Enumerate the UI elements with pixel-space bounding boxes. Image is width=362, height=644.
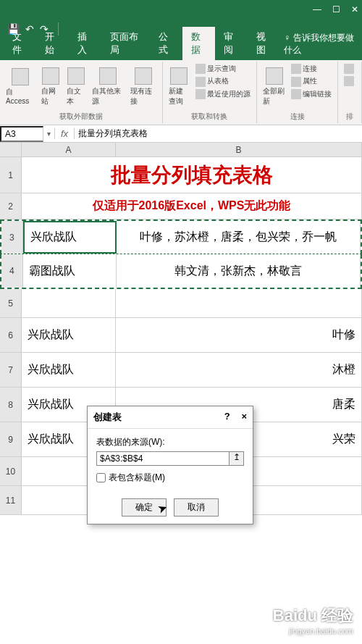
- row-header-3[interactable]: 3: [1, 221, 23, 254]
- cell-a4[interactable]: 霸图战队: [23, 254, 117, 288]
- properties-button[interactable]: 属性: [290, 75, 333, 87]
- tell-me-search[interactable]: ♀ 告诉我你想要做什么: [280, 28, 358, 60]
- row-header-5[interactable]: 5: [0, 289, 22, 317]
- source-label: 表数据的来源(W):: [96, 436, 244, 448]
- table-icon: [195, 77, 206, 87]
- source-range-input[interactable]: [96, 451, 230, 466]
- tab-review[interactable]: 审阅: [215, 27, 248, 60]
- sort-asc-icon: [344, 64, 354, 74]
- query-icon: [170, 67, 188, 85]
- select-all-corner[interactable]: [0, 143, 22, 156]
- from-access-button[interactable]: 自 Access: [4, 63, 37, 110]
- show-query-button[interactable]: 显示查询: [194, 63, 252, 75]
- title-cell[interactable]: 批量分列填充表格: [22, 157, 362, 193]
- row-header-10[interactable]: 10: [0, 457, 22, 485]
- ribbon-group-query: 新建查询 显示查询 从表格 最近使用的源 获取和转换: [163, 62, 257, 123]
- dialog-close-button[interactable]: ×: [241, 411, 247, 422]
- from-other-button[interactable]: 自其他来源: [90, 63, 126, 110]
- dialog-help-button[interactable]: ?: [224, 411, 230, 422]
- group-label: 获取和转换: [167, 112, 252, 122]
- watermark-url: jingyan.baidu.com: [273, 627, 353, 635]
- formula-input[interactable]: [75, 127, 362, 141]
- table-row: 3 兴欣战队 叶修，苏沐橙，唐柔，包兴荣，乔一帆: [0, 219, 362, 254]
- edit-links-button[interactable]: 编辑链接: [290, 88, 333, 100]
- cell-a6[interactable]: 兴欣战队: [22, 318, 116, 352]
- minimize-button[interactable]: —: [313, 4, 321, 14]
- tab-insert[interactable]: 插入: [69, 27, 101, 60]
- cell-a7[interactable]: 兴欣战队: [22, 353, 116, 387]
- ribbon-group-refresh: 全部刷新 连接 属性 编辑链接 连接: [257, 62, 338, 123]
- tab-data[interactable]: 数据: [182, 27, 215, 60]
- col-header-b[interactable]: B: [116, 143, 362, 156]
- table-row: 1 批量分列填充表格: [0, 157, 362, 193]
- ribbon: 自 Access 自网站 自文本 自其他来源 现有连接 获取外部数据 新建查询 …: [0, 60, 362, 125]
- recent-icon: [195, 89, 206, 99]
- fx-icon[interactable]: fx: [54, 128, 75, 139]
- table-row: 2 仅适用于2016版Excel，WPS无此功能: [0, 193, 362, 219]
- row-header-2[interactable]: 2: [0, 193, 22, 219]
- from-web-button[interactable]: 自网站: [40, 63, 62, 110]
- sort-desc-button[interactable]: [342, 75, 357, 87]
- row-header-6[interactable]: 6: [0, 318, 22, 352]
- from-table-button[interactable]: 从表格: [194, 75, 252, 87]
- row-header-8[interactable]: 8: [0, 388, 22, 422]
- recent-sources-button[interactable]: 最近使用的源: [194, 88, 252, 100]
- web-icon: [42, 67, 59, 85]
- close-button[interactable]: ✕: [351, 4, 358, 14]
- range-selector-button[interactable]: ↥: [230, 451, 244, 466]
- refresh-icon: [266, 67, 283, 85]
- table-row: 6 兴欣战队 叶修: [0, 318, 362, 353]
- conn2-icon: [291, 64, 301, 74]
- tab-file[interactable]: 文件: [4, 27, 36, 60]
- access-icon: [12, 68, 29, 85]
- tab-layout[interactable]: 页面布局: [101, 27, 149, 60]
- refresh-all-button[interactable]: 全部刷新: [261, 63, 287, 110]
- text-icon: [67, 67, 85, 85]
- cell-b4[interactable]: 韩文清，张新杰，林敬言: [117, 254, 361, 288]
- watermark: Baidu 经验 jingyan.baidu.com: [273, 605, 353, 635]
- cell-a5[interactable]: [22, 289, 116, 317]
- connections-button[interactable]: 连接: [290, 63, 333, 75]
- group-label: 连接: [261, 112, 333, 122]
- cell-b6[interactable]: 叶修: [116, 318, 362, 352]
- cell-b5[interactable]: [116, 289, 362, 317]
- ribbon-group-external: 自 Access 自网站 自文本 自其他来源 现有连接 获取外部数据: [0, 62, 163, 123]
- cell-a3[interactable]: 兴欣战队: [23, 221, 117, 254]
- name-box[interactable]: [0, 126, 43, 142]
- new-query-button[interactable]: 新建查询: [167, 63, 191, 110]
- edit-icon: [291, 89, 301, 99]
- sort-asc-button[interactable]: [342, 63, 357, 75]
- row-header-1[interactable]: 1: [0, 157, 22, 193]
- has-headers-label: 表包含标题(M): [109, 472, 165, 484]
- tab-view[interactable]: 视图: [248, 27, 280, 60]
- table-row: 4 霸图战队 韩文清，张新杰，林敬言: [0, 254, 362, 289]
- table-row: 5: [0, 289, 362, 318]
- existing-conn-button[interactable]: 现有连接: [129, 63, 158, 110]
- formula-bar-row: ▾ fx: [0, 125, 362, 143]
- group-label: 排: [342, 112, 357, 122]
- watermark-logo: Baidu 经验: [273, 605, 353, 627]
- from-text-button[interactable]: 自文本: [65, 63, 88, 110]
- row-header-4[interactable]: 4: [1, 254, 23, 288]
- other-icon: [99, 67, 117, 85]
- tab-home[interactable]: 开始: [36, 27, 69, 60]
- col-header-a[interactable]: A: [22, 143, 116, 156]
- column-headers: A B: [0, 143, 362, 157]
- tab-formulas[interactable]: 公式: [150, 27, 182, 60]
- row-header-7[interactable]: 7: [0, 353, 22, 387]
- show-icon: [195, 64, 206, 74]
- window-title-bar: — ☐ ✕: [0, 0, 362, 18]
- create-table-dialog: 创建表 ? × 表数据的来源(W): ↥ 表包含标题(M) 确定 取消: [87, 406, 253, 524]
- row-header-9[interactable]: 9: [0, 422, 22, 456]
- cancel-button[interactable]: 取消: [174, 498, 219, 517]
- maximize-button[interactable]: ☐: [332, 4, 340, 14]
- cell-b7[interactable]: 沐橙: [116, 353, 362, 387]
- ribbon-tabs: 文件 开始 插入 页面布局 公式 数据 审阅 视图 ♀ 告诉我你想要做什么: [0, 40, 362, 60]
- subtitle-cell[interactable]: 仅适用于2016版Excel，WPS无此功能: [22, 193, 362, 219]
- cell-b3[interactable]: 叶修，苏沐橙，唐柔，包兴荣，乔一帆: [117, 221, 361, 254]
- ribbon-group-sort: 排: [338, 62, 362, 123]
- conn-icon: [135, 67, 152, 85]
- name-box-dropdown[interactable]: ▾: [43, 130, 54, 138]
- has-headers-checkbox[interactable]: [96, 473, 106, 482]
- row-header-11[interactable]: 11: [0, 486, 22, 514]
